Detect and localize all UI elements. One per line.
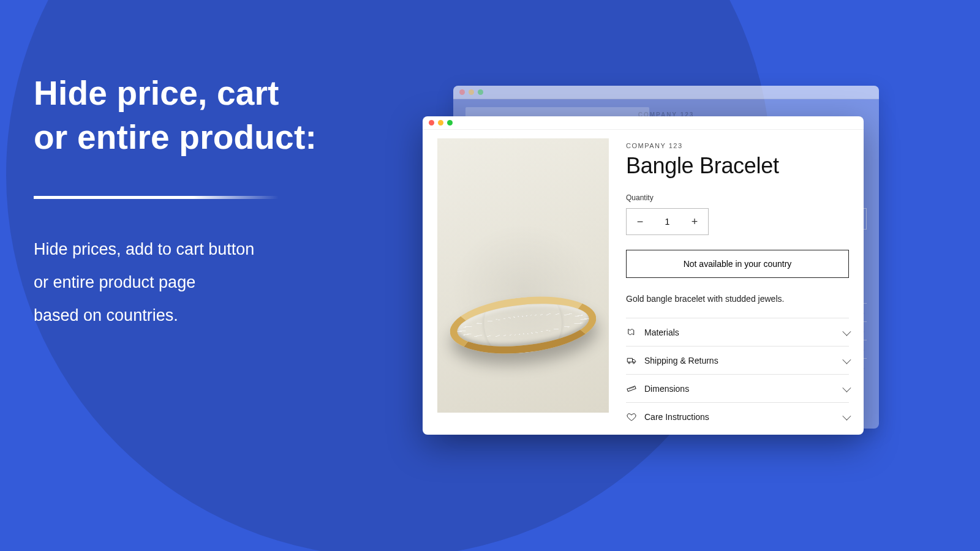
svg-point-1: [633, 362, 635, 363]
product-layout: COMPANY 123 Bangle Bracelet Quantity − 1…: [423, 130, 864, 430]
front-window-titlebar: [423, 116, 864, 130]
minimize-icon[interactable]: [438, 120, 443, 126]
hero-title: Hide price, cart or entire product:: [34, 72, 413, 159]
quantity-value: 1: [654, 217, 681, 227]
quantity-plus-button[interactable]: +: [681, 209, 708, 234]
product-image: [437, 138, 609, 413]
chevron-down-icon: [842, 327, 851, 335]
hero-body-line-2: or entire product page: [34, 273, 195, 291]
traffic-lights-back: [453, 86, 879, 99]
accordion-label: Dimensions: [644, 384, 835, 394]
product-accordion: Materials Shipping & Returns Dimensions: [626, 318, 849, 430]
maximize-icon: [478, 89, 483, 95]
heart-icon: [626, 411, 637, 422]
hero-body-line-1: Hide prices, add to cart button: [34, 240, 254, 258]
bangle-illustration: [447, 290, 599, 361]
leather-icon: [626, 327, 637, 338]
product-brand: COMPANY 123: [626, 142, 849, 149]
svg-point-0: [628, 362, 630, 363]
quantity-label: Quantity: [626, 193, 849, 202]
quantity-stepper[interactable]: − 1 +: [626, 208, 709, 235]
hero-divider: [34, 196, 279, 199]
hero-copy: Hide price, cart or entire product: Hide…: [34, 72, 413, 332]
minimize-icon: [469, 89, 474, 95]
chevron-down-icon: [842, 355, 851, 364]
product-title: Bangle Bracelet: [626, 153, 849, 179]
chevron-down-icon: [842, 383, 851, 392]
svg-rect-2: [627, 386, 636, 391]
maximize-icon[interactable]: [447, 120, 453, 126]
hero-title-line-2: or entire product:: [34, 118, 317, 156]
close-icon[interactable]: [429, 120, 434, 126]
accordion-materials[interactable]: Materials: [626, 318, 849, 346]
accordion-label: Shipping & Returns: [644, 356, 835, 365]
hero-body-line-3: based on countries.: [34, 306, 178, 324]
accordion-dimensions[interactable]: Dimensions: [626, 374, 849, 402]
product-window: COMPANY 123 Bangle Bracelet Quantity − 1…: [423, 116, 864, 435]
traffic-lights-front: [423, 116, 864, 129]
chevron-down-icon: [842, 411, 851, 420]
product-details: COMPANY 123 Bangle Bracelet Quantity − 1…: [626, 138, 849, 430]
truck-icon: [626, 355, 637, 366]
cta-label: Not available in your country: [684, 259, 792, 269]
accordion-shipping[interactable]: Shipping & Returns: [626, 346, 849, 374]
hero-title-line-1: Hide price, cart: [34, 74, 279, 112]
product-description: Gold bangle bracelet with studded jewels…: [626, 293, 849, 305]
accordion-label: Care Instructions: [644, 412, 835, 422]
hero-body: Hide prices, add to cart button or entir…: [34, 233, 413, 332]
back-window-titlebar: [453, 86, 879, 99]
ruler-icon: [626, 383, 637, 394]
accordion-label: Materials: [644, 328, 835, 337]
quantity-minus-button[interactable]: −: [627, 209, 654, 234]
add-to-cart-button[interactable]: Not available in your country: [626, 250, 849, 278]
close-icon: [459, 89, 465, 95]
accordion-care[interactable]: Care Instructions: [626, 402, 849, 430]
